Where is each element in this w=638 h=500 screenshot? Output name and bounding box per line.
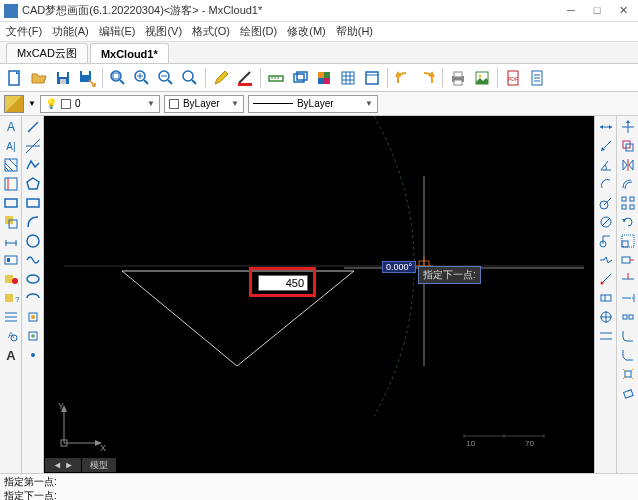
menu-file[interactable]: 文件(F) <box>6 24 42 39</box>
erase-tool[interactable] <box>619 384 637 402</box>
document-icon[interactable] <box>526 67 548 89</box>
stretch-tool[interactable] <box>619 251 637 269</box>
spline-tool[interactable] <box>24 251 42 269</box>
viewport-tool[interactable] <box>2 251 20 269</box>
copy-tool[interactable] <box>619 137 637 155</box>
mirror-tool[interactable] <box>619 156 637 174</box>
rectangle-tool[interactable] <box>2 194 20 212</box>
svg-point-65 <box>12 278 18 284</box>
array-tool[interactable] <box>619 194 637 212</box>
dim-diameter-tool[interactable] <box>597 213 615 231</box>
layers-panel-icon[interactable] <box>313 67 335 89</box>
pdf-button[interactable]: PDF <box>502 67 524 89</box>
rect-tool[interactable] <box>24 194 42 212</box>
svg-text:A|: A| <box>6 141 15 152</box>
modeltab-model[interactable]: 模型 <box>82 458 116 472</box>
print-button[interactable] <box>447 67 469 89</box>
line-color-tool[interactable] <box>234 67 256 89</box>
dim-jogged-tool[interactable] <box>597 251 615 269</box>
offset-tool[interactable] <box>619 175 637 193</box>
rotate-tool[interactable] <box>619 213 637 231</box>
zoom-in-button[interactable] <box>131 67 153 89</box>
tolerance-tool[interactable] <box>597 289 615 307</box>
grid-icon[interactable] <box>337 67 359 89</box>
command-line[interactable]: 指定第一点: 指定下一点: <box>0 473 638 500</box>
layer-manager-icon[interactable] <box>4 95 24 113</box>
text-tool[interactable]: A <box>2 118 20 136</box>
undo-button[interactable] <box>392 67 414 89</box>
dim-radius-tool[interactable] <box>597 194 615 212</box>
menu-draw[interactable]: 绘图(D) <box>240 24 277 39</box>
tab-mxcad-cloud[interactable]: MxCAD云图 <box>6 43 88 63</box>
window-icon[interactable] <box>361 67 383 89</box>
export-image-button[interactable] <box>471 67 493 89</box>
scale-tool[interactable] <box>619 232 637 250</box>
explode-tool[interactable] <box>619 365 637 383</box>
save-button[interactable] <box>52 67 74 89</box>
circle-tool[interactable] <box>24 232 42 250</box>
chamfer-tool[interactable] <box>619 346 637 364</box>
pencil-tool[interactable] <box>210 67 232 89</box>
drawing-canvas[interactable]: 0.000° 指定下一点: Y X 1070 ◄ ► 模型 <box>44 116 594 473</box>
saveas-button[interactable] <box>76 67 98 89</box>
line-tool[interactable] <box>24 118 42 136</box>
trim-tool-2[interactable] <box>619 270 637 288</box>
dim-aligned-tool[interactable] <box>597 137 615 155</box>
move-tool[interactable] <box>619 118 637 136</box>
layer-walk-tool[interactable]: ? <box>2 289 20 307</box>
menu-function[interactable]: 功能(A) <box>52 24 89 39</box>
tab-mxcloud1[interactable]: MxCloud1* <box>90 43 169 63</box>
centermark-tool[interactable] <box>597 308 615 326</box>
dim-arc-tool[interactable] <box>597 175 615 193</box>
fillet-tool[interactable] <box>619 327 637 345</box>
quick-dim-tool[interactable] <box>597 327 615 345</box>
trim-tool[interactable] <box>2 175 20 193</box>
zoom-out-button[interactable] <box>155 67 177 89</box>
menu-modify[interactable]: 修改(M) <box>287 24 326 39</box>
svg-rect-62 <box>5 256 17 264</box>
open-button[interactable] <box>28 67 50 89</box>
measure-tool[interactable] <box>265 67 287 89</box>
svg-line-51 <box>5 163 13 171</box>
menu-format[interactable]: 格式(O) <box>192 24 230 39</box>
ellipse-arc-tool[interactable] <box>24 289 42 307</box>
block-tool[interactable] <box>24 308 42 326</box>
new-button[interactable] <box>4 67 26 89</box>
zoom-extents-button[interactable] <box>107 67 129 89</box>
break-tool[interactable] <box>619 308 637 326</box>
modeltab-nav[interactable]: ◄ ► <box>45 458 81 472</box>
dim-tool[interactable] <box>2 232 20 250</box>
extend-tool[interactable] <box>619 289 637 307</box>
dim-ordinate-tool[interactable] <box>597 232 615 250</box>
polyline-tool[interactable] <box>24 156 42 174</box>
menu-view[interactable]: 视图(V) <box>145 24 182 39</box>
text-style-tool[interactable]: A <box>2 346 20 364</box>
zoom-realtime-button[interactable] <box>179 67 201 89</box>
linetype-dropdown[interactable]: ByLayer ▼ <box>248 95 378 113</box>
maximize-button[interactable]: □ <box>590 4 604 17</box>
layer-color-tool[interactable] <box>2 270 20 288</box>
dim-linear-tool[interactable] <box>597 118 615 136</box>
xline-tool[interactable] <box>24 137 42 155</box>
mtext-tool[interactable]: A| <box>2 137 20 155</box>
table-tool[interactable] <box>2 308 20 326</box>
insert-tool[interactable] <box>24 327 42 345</box>
point-tool[interactable] <box>24 346 42 364</box>
leader-tool[interactable] <box>597 270 615 288</box>
close-button[interactable]: ✕ <box>616 4 630 17</box>
color-dropdown[interactable]: ByLayer ▼ <box>164 95 244 113</box>
hatch-tool[interactable] <box>2 156 20 174</box>
dim-angular-tool[interactable] <box>597 156 615 174</box>
layer-dropdown-arrow[interactable]: ▼ <box>28 99 36 108</box>
redo-button[interactable] <box>416 67 438 89</box>
layer-iso-tool[interactable] <box>2 213 20 231</box>
ellipse-tool[interactable] <box>24 270 42 288</box>
layer-dropdown[interactable]: 💡 0 ▼ <box>40 95 160 113</box>
menu-edit[interactable]: 编辑(E) <box>99 24 136 39</box>
find-text-tool[interactable]: A <box>2 327 20 345</box>
polygon-tool[interactable] <box>24 175 42 193</box>
window-restore-icon[interactable] <box>289 67 311 89</box>
menu-help[interactable]: 帮助(H) <box>336 24 373 39</box>
minimize-button[interactable]: ─ <box>564 4 578 17</box>
arc-tool[interactable] <box>24 213 42 231</box>
